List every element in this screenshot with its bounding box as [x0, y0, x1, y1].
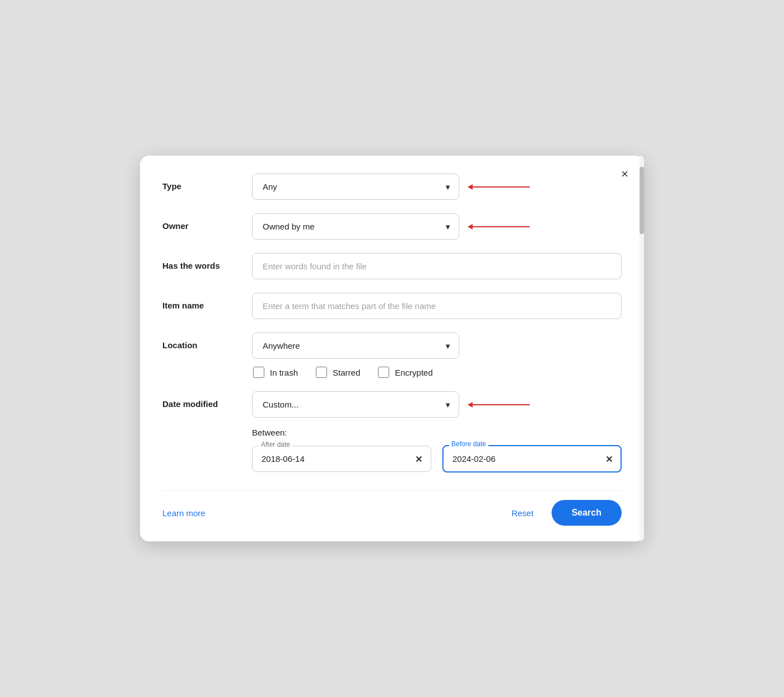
location-section: Anywhere My Drive Shared with me Starred…: [252, 333, 622, 378]
before-date-clear-button[interactable]: ✕: [603, 452, 615, 465]
has-words-row: Has the words: [162, 253, 622, 279]
footer-actions: Reset Search: [502, 500, 622, 526]
date-select-wrapper: Today Last 7 days Last 30 days This year…: [252, 391, 459, 418]
has-words-input[interactable]: [252, 253, 622, 279]
search-dialog: × Type Any Documents Spreadsheets Presen…: [140, 156, 644, 541]
date-modified-label: Date modified: [162, 391, 252, 409]
after-date-field: After date ✕: [252, 446, 431, 472]
owner-label: Owner: [162, 213, 252, 231]
location-select[interactable]: Anywhere My Drive Shared with me Starred…: [252, 333, 459, 359]
encrypted-label: Encrypted: [395, 368, 433, 377]
date-modified-row: Date modified Today Last 7 days Last 30 …: [162, 391, 622, 473]
item-name-label: Item name: [162, 293, 252, 310]
owner-row: Owner Owned by me Not owned by me Anyone…: [162, 213, 622, 240]
type-arrow-indicator: [468, 186, 530, 188]
item-name-row: Item name: [162, 293, 622, 319]
in-trash-checkbox-item[interactable]: In trash: [253, 367, 298, 378]
type-row-with-arrow: Any Documents Spreadsheets Presentations…: [252, 174, 622, 200]
type-select-wrapper: Any Documents Spreadsheets Presentations…: [252, 174, 459, 200]
item-name-control-area: [252, 293, 622, 319]
date-modified-control-area: Today Last 7 days Last 30 days This year…: [252, 391, 622, 473]
owner-control-area: Owned by me Not owned by me Anyone ▼: [252, 213, 622, 240]
encrypted-checkbox-item[interactable]: Encrypted: [378, 367, 433, 378]
footer: Learn more Reset Search: [162, 490, 622, 526]
date-section: Today Last 7 days Last 30 days This year…: [252, 391, 622, 473]
type-arrow-line: [468, 186, 530, 188]
location-label: Location: [162, 333, 252, 350]
type-select[interactable]: Any Documents Spreadsheets Presentations…: [252, 174, 459, 200]
starred-checkbox[interactable]: [316, 367, 327, 378]
owner-arrow-line: [468, 226, 530, 227]
search-button[interactable]: Search: [552, 500, 622, 526]
in-trash-label: In trash: [270, 368, 298, 377]
type-control-area: Any Documents Spreadsheets Presentations…: [252, 174, 622, 200]
between-label: Between:: [252, 428, 622, 437]
date-arrow-indicator: [468, 404, 530, 405]
after-date-label: After date: [259, 441, 292, 448]
owner-row-with-arrow: Owned by me Not owned by me Anyone ▼: [252, 213, 622, 240]
type-row: Type Any Documents Spreadsheets Presenta…: [162, 174, 622, 200]
date-select[interactable]: Today Last 7 days Last 30 days This year…: [252, 391, 459, 418]
after-date-input[interactable]: [252, 446, 431, 472]
location-control-area: Anywhere My Drive Shared with me Starred…: [252, 333, 622, 378]
scrollbar-thumb[interactable]: [640, 167, 644, 234]
owner-arrow-indicator: [468, 226, 530, 227]
date-arrow-line: [468, 404, 530, 405]
checkboxes-row: In trash Starred Encrypted: [253, 367, 622, 378]
before-date-input[interactable]: [442, 445, 622, 473]
has-words-label: Has the words: [162, 253, 252, 270]
location-row: Location Anywhere My Drive Shared with m…: [162, 333, 622, 378]
owner-select-wrapper: Owned by me Not owned by me Anyone ▼: [252, 213, 459, 240]
date-row-with-arrow: Today Last 7 days Last 30 days This year…: [252, 391, 622, 418]
has-words-control-area: [252, 253, 622, 279]
scrollbar-track: [640, 156, 644, 541]
date-inputs-row: After date ✕ Before date ✕: [252, 445, 622, 473]
item-name-input[interactable]: [252, 293, 622, 319]
encrypted-checkbox[interactable]: [378, 367, 389, 378]
starred-checkbox-item[interactable]: Starred: [316, 367, 360, 378]
location-select-wrapper: Anywhere My Drive Shared with me Starred…: [252, 333, 459, 359]
before-date-label: Before date: [449, 440, 488, 448]
reset-button[interactable]: Reset: [502, 503, 542, 523]
before-date-field: Before date ✕: [442, 445, 622, 473]
learn-more-link[interactable]: Learn more: [162, 508, 206, 518]
after-date-clear-button[interactable]: ✕: [413, 452, 424, 465]
type-label: Type: [162, 174, 252, 191]
owner-select[interactable]: Owned by me Not owned by me Anyone: [252, 213, 459, 240]
starred-label: Starred: [333, 368, 360, 377]
in-trash-checkbox[interactable]: [253, 367, 264, 378]
